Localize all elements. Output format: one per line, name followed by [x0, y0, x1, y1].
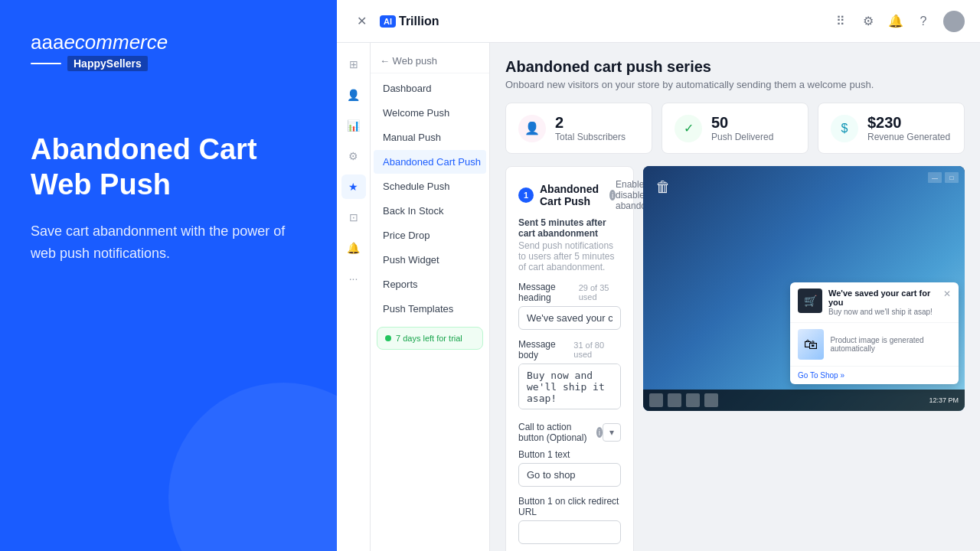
- nav-item-push-templates[interactable]: Push Templates: [374, 297, 486, 321]
- product-label: Product image is generated automatically: [830, 336, 951, 353]
- settings-icon[interactable]: ⚙: [861, 14, 876, 29]
- cta-dropdown[interactable]: ▾: [603, 423, 621, 442]
- sidebar-nav: ← Web push Dashboard Welcome Push Manual…: [371, 43, 489, 551]
- notif-content: We've saved your cart for you Buy now an…: [828, 289, 937, 316]
- nav-item-price-drop[interactable]: Price Drop: [374, 223, 486, 247]
- minimize-button[interactable]: —: [928, 172, 942, 183]
- page-header: Abandoned cart push series Onboard new v…: [505, 58, 965, 90]
- section-card: 1 Abandoned Cart Push i Enable or disabl…: [505, 166, 634, 551]
- button1-url-input[interactable]: [518, 520, 621, 544]
- stat-card-subscribers: 👤 2 Total Subscribers: [505, 103, 652, 154]
- button1-url-label-row: Button 1 on click redirect URL: [518, 496, 621, 517]
- close-button[interactable]: ✕: [352, 12, 371, 31]
- cta-label-row: Call to action button (Optional) i: [518, 422, 603, 443]
- sidebar: ⊞ 👤 📊 ⚙ ★ ⊡ 🔔 ··· ← Web push Dashboard W…: [337, 43, 490, 551]
- trial-badge: 7 days left for trial: [377, 327, 483, 350]
- nav-icon-more[interactable]: ···: [341, 266, 366, 291]
- notif-cart-icon: 🛒: [798, 289, 822, 313]
- nav-item-schedule-push[interactable]: Schedule Push: [374, 174, 486, 198]
- nav-icon-bell[interactable]: 🔔: [341, 236, 366, 260]
- subscribers-label: Total Subscribers: [555, 132, 626, 142]
- taskbar-start-icon[interactable]: [649, 393, 663, 407]
- nav-icon-box[interactable]: ⊡: [341, 205, 366, 230]
- user-avatar[interactable]: [943, 11, 965, 32]
- app-name: Trillion: [399, 15, 439, 28]
- nav-item-dashboard[interactable]: Dashboard: [374, 77, 486, 100]
- section-title-row: 1 Abandoned Cart Push i: [518, 183, 616, 207]
- cta-info-icon[interactable]: i: [596, 427, 603, 438]
- bell-icon[interactable]: 🔔: [888, 14, 903, 29]
- top-bar-left: ✕ AI Trillion: [352, 12, 439, 31]
- section-info-icon[interactable]: i: [609, 190, 616, 201]
- notif-close-button[interactable]: ✕: [943, 289, 951, 299]
- nav-item-welcome-push[interactable]: Welcome Push: [374, 101, 486, 125]
- notif-cta-button[interactable]: Go To Shop »: [790, 366, 959, 384]
- notif-title: We've saved your cart for you: [828, 289, 937, 307]
- left-panel: aaaecommerce HappySellers Abandoned Cart…: [0, 0, 337, 551]
- ai-badge: AI: [380, 15, 396, 28]
- nav-icon-dashboard[interactable]: ⊞: [341, 52, 366, 77]
- stat-subscribers-info: 2 Total Subscribers: [555, 114, 626, 142]
- stat-delivered-info: 50 Push Delivered: [711, 114, 773, 142]
- brand-logo: aaaecommerce HappySellers: [31, 31, 306, 71]
- grid-icon[interactable]: ⠿: [833, 14, 848, 29]
- product-thumbnail: 🛍: [798, 329, 824, 360]
- revenue-value: $230: [867, 114, 950, 132]
- nav-icon-user[interactable]: 👤: [341, 83, 366, 107]
- message-heading-label-row: Message heading 29 of 35 used: [518, 282, 621, 303]
- delivered-label: Push Delivered: [711, 132, 773, 142]
- happy-sellers-label: HappySellers: [67, 56, 148, 71]
- preview-panel: 🗑 — □ 🛒 We've saved your cart fo: [643, 166, 965, 551]
- taskbar-folder-icon[interactable]: [704, 393, 718, 407]
- desktop-background: 🗑 — □ 🛒 We've saved your cart fo: [643, 166, 965, 411]
- revenue-label: Revenue Generated: [867, 132, 950, 142]
- nav-back-button[interactable]: ← Web push: [371, 49, 489, 73]
- button1-url-field: Button 1 on click redirect URL: [518, 496, 621, 544]
- notif-product-row: 🛍 Product image is generated automatical…: [790, 323, 959, 366]
- button1-text-field: Button 1 text: [518, 449, 621, 487]
- app-body: ⊞ 👤 📊 ⚙ ★ ⊡ 🔔 ··· ← Web push Dashboard W…: [337, 43, 980, 551]
- nav-item-abandoned-cart-push[interactable]: Abandoned Cart Push: [374, 150, 486, 174]
- message-heading-input[interactable]: [518, 306, 621, 330]
- subscribers-value: 2: [555, 114, 626, 132]
- stats-row: 👤 2 Total Subscribers ✓ 50 Push Delivere…: [505, 103, 965, 154]
- sent-info: Sent 5 minutes after cart abandonment: [518, 217, 621, 239]
- nav-item-reports[interactable]: Reports: [374, 272, 486, 296]
- delivered-icon: ✓: [675, 115, 702, 142]
- subscribers-icon: 👤: [518, 115, 546, 142]
- message-body-label-row: Message body 31 of 80 used: [518, 339, 621, 360]
- message-body-label: Message body: [518, 339, 573, 360]
- message-heading-label: Message heading: [518, 282, 579, 303]
- page-title: Abandoned cart push series: [505, 58, 965, 76]
- taskbar-search-icon[interactable]: [668, 393, 681, 407]
- stat-revenue-info: $230 Revenue Generated: [867, 114, 950, 142]
- page-subtitle: Onboard new visitors on your store by au…: [505, 79, 965, 90]
- nav-item-back-in-stock[interactable]: Back In Stock: [374, 199, 486, 223]
- top-bar-right: ⠿ ⚙ 🔔 ?: [833, 11, 965, 32]
- left-heading: Abandoned Cart Web Push: [31, 132, 306, 202]
- nav-icon-chart[interactable]: 📊: [341, 113, 366, 138]
- delivered-value: 50: [711, 114, 773, 132]
- stat-card-delivered: ✓ 50 Push Delivered: [662, 103, 808, 154]
- cta-row: Call to action button (Optional) i ▾: [518, 422, 621, 443]
- window-controls: — □: [928, 172, 959, 183]
- taskbar-browser-icon[interactable]: [686, 393, 700, 407]
- button1-text-input[interactable]: [518, 463, 621, 487]
- icon-rail: ⊞ 👤 📊 ⚙ ★ ⊡ 🔔 ···: [337, 43, 371, 551]
- message-heading-count: 29 of 35 used: [579, 283, 621, 302]
- brand-name: aaaecommerce: [31, 31, 306, 54]
- nav-icon-star[interactable]: ★: [341, 174, 366, 199]
- maximize-button[interactable]: □: [945, 172, 959, 183]
- message-body-field: Message body 31 of 80 used: [518, 339, 621, 412]
- form-panel: 1 Abandoned Cart Push i Enable or disabl…: [505, 166, 634, 551]
- nav-item-push-widget[interactable]: Push Widget: [374, 248, 486, 272]
- help-icon[interactable]: ?: [916, 14, 931, 29]
- button1-text-label: Button 1 text: [518, 449, 570, 460]
- button1-text-label-row: Button 1 text: [518, 449, 621, 460]
- section-title: Abandoned Cart Push: [540, 183, 603, 207]
- message-body-textarea[interactable]: [518, 364, 621, 409]
- nav-icon-settings[interactable]: ⚙: [341, 144, 366, 168]
- desktop-taskbar: 12:37 PM: [643, 390, 965, 411]
- notif-body: Buy now and we'll ship it asap!: [828, 308, 937, 316]
- nav-item-manual-push[interactable]: Manual Push: [374, 126, 486, 149]
